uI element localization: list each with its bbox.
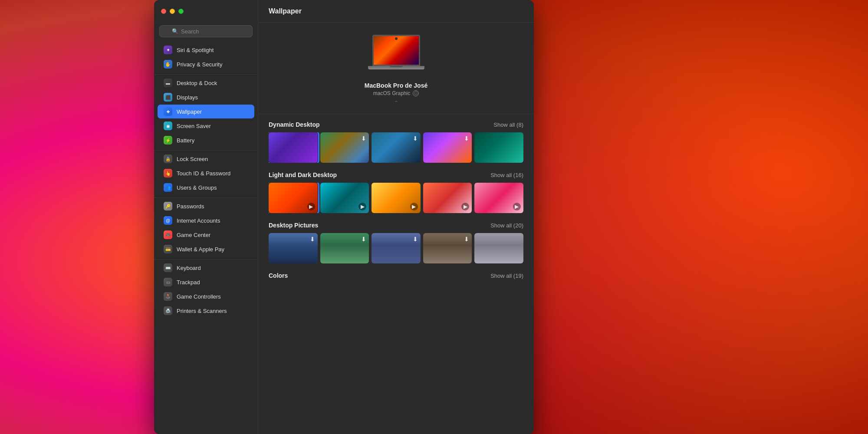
macbook-base [368,66,424,69]
wallpaper-thumb-ld1[interactable]: ▶ [269,183,318,213]
main-header: Wallpaper [258,0,534,23]
sidebar-item-gamecontrollers[interactable]: 🕹️ Game Controllers [158,289,254,303]
dynamic-desktop-title: Dynamic Desktop [269,121,319,128]
main-content: Wallpaper MacBook Pro de José macOS Grap… [258,0,534,434]
gamecenter-icon: 🎮 [164,230,172,239]
sidebar-item-users[interactable]: 👥 Users & Groups [158,181,254,194]
sidebar-item-label: Privacy & Security [177,61,222,68]
wallpaper-name: macOS Graphic [373,90,410,96]
play-icon: ▶ [513,203,521,210]
light-dark-grid: ▶ ▶ ▶ ▶ ▶ [269,183,523,213]
sidebar-item-label: Game Controllers [177,293,221,300]
sidebar-item-label: Lock Screen [177,156,208,162]
colors-show-all[interactable]: Show all (19) [490,273,523,279]
close-button[interactable] [161,9,166,14]
desktop-pictures-title: Desktop Pictures [269,222,318,229]
wallpaper-thumb-dp1[interactable]: ⬇ [269,233,318,263]
minimize-button[interactable] [170,9,175,14]
device-name: MacBook Pro de José [365,82,428,89]
maximize-button[interactable] [178,9,184,14]
play-icon: ▶ [410,203,418,210]
sidebar-item-printers[interactable]: 🖨️ Printers & Scanners [158,304,254,318]
macbook-screen [372,35,420,66]
sidebar-item-label: Battery [177,137,194,144]
search-icon: 🔍 [172,28,178,34]
keyboard-icon: ⌨️ [164,263,172,272]
sidebar-item-wallet[interactable]: 💳 Wallet & Apple Pay [158,242,254,256]
sidebar-item-gamecenter[interactable]: 🎮 Game Center [158,228,254,242]
cloud-icon: ⬇ [464,236,469,243]
settings-window: 🔍 Search ✦ Siri & Spotlight ✋ Privacy & … [154,0,534,434]
cloud-icon: ⬇ [361,135,366,142]
search-container: 🔍 Search [154,23,258,42]
sidebar-item-label: Keyboard [177,265,201,271]
cloud-icon: ⬇ [413,135,418,142]
sidebar-item-siri[interactable]: ✦ Siri & Spotlight [158,43,254,57]
sidebar-item-trackpad[interactable]: ▭ Trackpad [158,275,254,289]
sidebar-item-label: Internet Accounts [177,217,220,224]
cloud-icon: ⬇ [361,236,366,243]
desktop-pictures-grid: ⬇ ⬇ ⬇ ⬇ [269,233,523,263]
desktop-pictures-header: Desktop Pictures Show all (20) [269,222,523,229]
wallpaper-thumb-dd2[interactable]: ⬇ [320,132,369,163]
sidebar-item-internet[interactable]: @ Internet Accounts [158,214,254,227]
sidebar-item-label: Trackpad [177,279,200,286]
sidebar-item-label: Printers & Scanners [177,308,227,314]
wallpaper-thumb-dd3[interactable]: ⬇ [372,132,421,163]
wallpaper-thumb-dd5[interactable] [474,132,523,163]
sidebar-section-2: ▬ Desktop & Dock ⬛ Displays ❖ Wallpaper … [154,75,258,151]
wallpaper-thumb-dd1[interactable] [269,132,318,163]
internet-icon: @ [164,216,172,225]
sidebar-item-label: Wallet & Apple Pay [177,246,224,253]
cloud-icon: ⬇ [413,236,418,243]
sidebar-item-displays[interactable]: ⬛ Displays [158,90,254,104]
wallpaper-thumb-ld2[interactable]: ▶ [320,183,369,213]
battery-icon: ⚡ [164,136,172,145]
wallpaper-thumb-dd4[interactable]: ⬇ [423,132,472,163]
play-icon: ▶ [461,203,469,210]
wallpaper-thumb-ld5[interactable]: ▶ [474,183,523,213]
wallpaper-thumb-dp5[interactable] [474,233,523,263]
screensaver-icon: ◉ [164,122,172,130]
play-icon: ▶ [307,203,315,210]
wallpaper-thumb-dp3[interactable]: ⬇ [372,233,421,263]
trackpad-icon: ▭ [164,278,172,286]
sidebar-item-desktop[interactable]: ▬ Desktop & Dock [158,76,254,90]
wallpaper-thumb-dp2[interactable]: ⬇ [320,233,369,263]
dynamic-desktop-header: Dynamic Desktop Show all (8) [269,121,523,128]
sidebar-item-passwords[interactable]: 🔑 Passwords [158,199,254,213]
siri-icon: ✦ [164,46,172,54]
sidebar-item-label: Displays [177,94,198,101]
light-dark-header: Light and Dark Desktop Show all (16) [269,171,523,178]
sidebar-item-touchid[interactable]: 👆 Touch ID & Password [158,166,254,180]
light-dark-title: Light and Dark Desktop [269,171,337,178]
sidebar-item-keyboard[interactable]: ⌨️ Keyboard [158,261,254,275]
desktop-icon: ▬ [164,79,172,87]
cloud-icon: ⬇ [464,135,469,142]
info-icon[interactable]: ⓘ [413,90,419,96]
light-dark-show-all[interactable]: Show all (16) [490,172,523,178]
sidebar-section-5: ⌨️ Keyboard ▭ Trackpad 🕹️ Game Controlle… [154,260,258,321]
wallpaper-thumb-ld4[interactable]: ▶ [423,183,472,213]
sidebar-item-screensaver[interactable]: ◉ Screen Saver [158,119,254,133]
content-body: Dynamic Desktop Show all (8) ⬇ ⬇ ⬇ Light… [258,114,534,290]
wallpaper-thumb-ld3[interactable]: ▶ [372,183,421,213]
dynamic-desktop-show-all[interactable]: Show all (8) [493,122,523,128]
wallpaper-name-row: macOS Graphic ⓘ [373,90,419,96]
passwords-icon: 🔑 [164,202,172,210]
wallet-icon: 💳 [164,245,172,253]
sidebar-item-battery[interactable]: ⚡ Battery [158,133,254,147]
wallpaper-icon: ❖ [164,107,172,116]
sidebar-item-lockscreen[interactable]: 🔒 Lock Screen [158,152,254,166]
sidebar-item-privacy[interactable]: ✋ Privacy & Security [158,57,254,71]
sidebar-item-wallpaper[interactable]: ❖ Wallpaper [158,105,254,118]
users-icon: 👥 [164,183,172,192]
sidebar-item-label: Desktop & Dock [177,80,217,86]
wallpaper-thumb-dp4[interactable]: ⬇ [423,233,472,263]
macbook-preview [368,35,424,76]
dynamic-desktop-grid: ⬇ ⬇ ⬇ [269,132,523,163]
sidebar-item-label: Users & Groups [177,184,217,191]
sidebar-item-label: Screen Saver [177,123,211,129]
desktop-pictures-show-all[interactable]: Show all (20) [490,222,523,229]
search-box[interactable]: 🔍 Search [159,25,253,37]
